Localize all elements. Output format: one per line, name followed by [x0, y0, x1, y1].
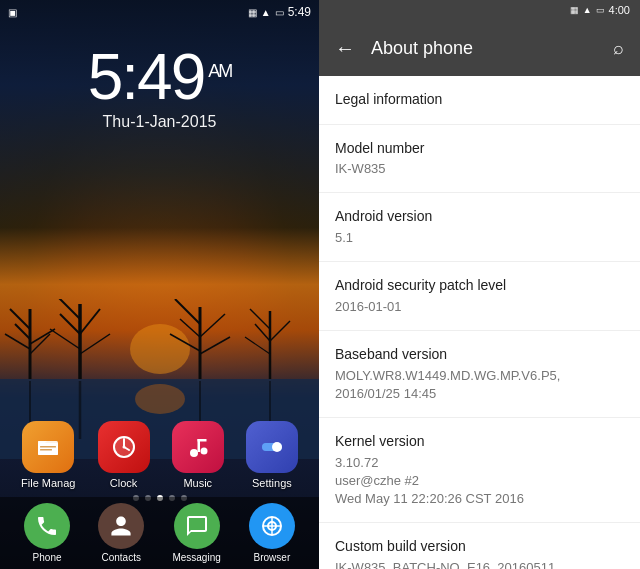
- music-icon-img: [172, 421, 224, 473]
- browser-label: Browser: [254, 552, 291, 563]
- clock-time: 5:49AM: [0, 45, 319, 109]
- back-button[interactable]: ←: [335, 37, 355, 60]
- svg-line-13: [50, 329, 80, 349]
- battery-icon-left: ▭: [275, 7, 284, 18]
- android-value: 5.1: [335, 229, 624, 247]
- legal-title: Legal information: [335, 90, 624, 110]
- system-icons-left: ▦ ▲ ▭ 5:49: [248, 5, 311, 19]
- contacts-icon-img: [98, 503, 144, 549]
- status-bar-right: ▦ ▲ ▭ 4:00: [319, 0, 640, 20]
- phone-label: Phone: [33, 552, 62, 563]
- clock-label: Clock: [110, 477, 138, 489]
- about-header: ← About phone ⌕: [319, 20, 640, 76]
- baseband-value: MOLY.WR8.W1449.MD.WG.MP.V6.P5, 2016/01/2…: [335, 367, 624, 403]
- wifi-icon-left: ▲: [261, 7, 271, 18]
- music-label: Music: [183, 477, 212, 489]
- phone-icon-img: [24, 503, 70, 549]
- kernel-value: 3.10.72 user@czhe #2 Wed May 11 22:20:26…: [335, 454, 624, 509]
- notification-icons: ▣: [8, 7, 17, 18]
- security-title: Android security patch level: [335, 276, 624, 296]
- clock-ampm: AM: [208, 61, 231, 81]
- about-item-baseband[interactable]: Baseband version MOLY.WR8.W1449.MD.WG.MP…: [319, 331, 640, 418]
- svg-line-4: [10, 309, 30, 329]
- about-content: Legal information Model number IK-W835 A…: [319, 76, 640, 569]
- status-time-right: 4:00: [609, 4, 630, 16]
- svg-line-12: [80, 309, 100, 334]
- app-icon-filemanager[interactable]: File Manag: [21, 421, 75, 489]
- about-item-model[interactable]: Model number IK-W835: [319, 125, 640, 194]
- clock-display: 5:49AM Thu-1-Jan-2015: [0, 45, 319, 131]
- svg-point-0: [130, 324, 190, 374]
- model-value: IK-W835: [335, 160, 624, 178]
- svg-line-10: [55, 299, 80, 319]
- dock-messaging[interactable]: Messaging: [172, 503, 220, 563]
- svg-line-25: [245, 337, 270, 354]
- about-item-android[interactable]: Android version 5.1: [319, 193, 640, 262]
- svg-point-45: [272, 442, 282, 452]
- svg-line-14: [80, 334, 110, 354]
- svg-point-2: [135, 384, 185, 414]
- dock: Phone Contacts Messaging: [0, 497, 319, 569]
- svg-line-7: [30, 334, 50, 354]
- contacts-label: Contacts: [102, 552, 141, 563]
- android-title: Android version: [335, 207, 624, 227]
- filemanager-label: File Manag: [21, 477, 75, 489]
- sim-icon-right: ▦: [570, 5, 579, 15]
- about-item-security[interactable]: Android security patch level 2016-01-01: [319, 262, 640, 331]
- about-item-kernel[interactable]: Kernel version 3.10.72 user@czhe #2 Wed …: [319, 418, 640, 523]
- search-icon[interactable]: ⌕: [613, 38, 624, 59]
- baseband-title: Baseband version: [335, 345, 624, 365]
- clock-icon-img: [98, 421, 150, 473]
- build-value: IK-W835_BATCH-NO_E16_20160511: [335, 559, 624, 569]
- settings-icon-img: [246, 421, 298, 473]
- about-item-legal[interactable]: Legal information: [319, 76, 640, 125]
- messaging-icon-img: [174, 503, 220, 549]
- dock-browser[interactable]: Browser: [249, 503, 295, 563]
- messaging-label: Messaging: [172, 552, 220, 563]
- battery-icon-right: ▭: [596, 5, 605, 15]
- dock-contacts[interactable]: Contacts: [98, 503, 144, 563]
- svg-line-18: [200, 314, 225, 337]
- lockscreen-panel: ▣ ▦ ▲ ▭ 5:49 5:49AM Thu-1-Jan-2015: [0, 0, 319, 569]
- about-item-build[interactable]: Custom build version IK-W835_BATCH-NO_E1…: [319, 523, 640, 569]
- sim-icon-left: ▦: [248, 7, 257, 18]
- svg-point-40: [200, 448, 207, 455]
- notification-icon: ▣: [8, 7, 17, 18]
- svg-line-22: [250, 309, 270, 329]
- app-icon-settings[interactable]: Settings: [246, 421, 298, 489]
- app-icons-row: File Manag Clock: [0, 421, 319, 489]
- kernel-title: Kernel version: [335, 432, 624, 452]
- svg-line-24: [270, 321, 290, 341]
- build-title: Custom build version: [335, 537, 624, 557]
- svg-point-38: [122, 446, 125, 449]
- clock-date: Thu-1-Jan-2015: [0, 113, 319, 131]
- svg-line-20: [200, 337, 230, 354]
- svg-rect-32: [40, 446, 56, 448]
- dock-phone[interactable]: Phone: [24, 503, 70, 563]
- filemanager-icon-img: [22, 421, 74, 473]
- settings-label: Settings: [252, 477, 292, 489]
- app-icon-music[interactable]: Music: [172, 421, 224, 489]
- svg-rect-33: [40, 449, 52, 451]
- svg-line-16: [175, 299, 200, 324]
- about-phone-panel: ▦ ▲ ▭ 4:00 ← About phone ⌕ Legal informa…: [319, 0, 640, 569]
- security-value: 2016-01-01: [335, 298, 624, 316]
- status-time-left: 5:49: [288, 5, 311, 19]
- svg-point-39: [190, 449, 198, 457]
- model-title: Model number: [335, 139, 624, 159]
- wifi-icon-right: ▲: [583, 5, 592, 15]
- status-bar-left: ▣ ▦ ▲ ▭ 5:49: [0, 0, 319, 24]
- browser-icon-img: [249, 503, 295, 549]
- about-phone-title: About phone: [371, 38, 597, 59]
- app-icon-clock[interactable]: Clock: [98, 421, 150, 489]
- svg-rect-42: [197, 439, 206, 442]
